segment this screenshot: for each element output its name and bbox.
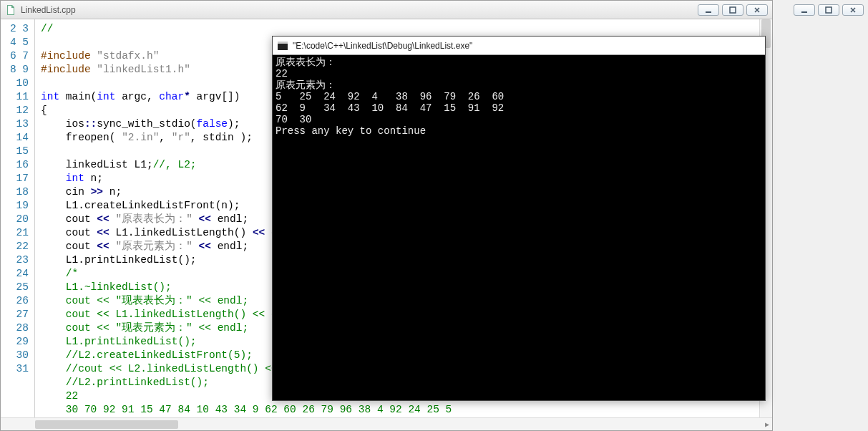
svg-rect-1 bbox=[730, 7, 736, 13]
close-button[interactable] bbox=[746, 4, 768, 16]
console-output[interactable]: 原表表长为： 22 原表元素为： 5 25 24 92 4 38 96 79 2… bbox=[273, 55, 765, 400]
svg-rect-2 bbox=[801, 11, 807, 13]
horizontal-scrollbar[interactable]: ▶ bbox=[1, 417, 772, 430]
console-titlebar[interactable]: "E:\code\C++\LinkedList\Debug\LinkedList… bbox=[273, 37, 765, 55]
console-icon bbox=[277, 40, 288, 52]
svg-rect-3 bbox=[826, 7, 832, 13]
workspace-window-controls bbox=[794, 4, 864, 16]
editor-titlebar[interactable]: LinkedList.cpp bbox=[1, 1, 772, 19]
editor-window-controls bbox=[698, 4, 768, 16]
minimize-button[interactable] bbox=[698, 4, 719, 16]
horizontal-scroll-thumb[interactable] bbox=[35, 420, 178, 429]
maximize-button[interactable] bbox=[722, 4, 743, 16]
workspace-minimize-button[interactable] bbox=[794, 4, 815, 16]
document-icon bbox=[5, 4, 16, 16]
svg-rect-0 bbox=[706, 11, 711, 13]
console-window: "E:\code\C++\LinkedList\Debug\LinkedList… bbox=[272, 36, 766, 401]
scroll-right-arrow-icon[interactable]: ▶ bbox=[765, 420, 769, 429]
workspace-maximize-button[interactable] bbox=[818, 4, 839, 16]
console-title: "E:\code\C++\LinkedList\Debug\LinkedList… bbox=[293, 41, 472, 51]
svg-rect-5 bbox=[278, 42, 288, 44]
line-number-gutter: 2 3 4 5 6 7 8 9 10 11 12 13 14 15 16 17 … bbox=[1, 19, 35, 417]
workspace-close-button[interactable] bbox=[842, 4, 864, 16]
editor-filename: LinkedList.cpp bbox=[21, 5, 76, 15]
